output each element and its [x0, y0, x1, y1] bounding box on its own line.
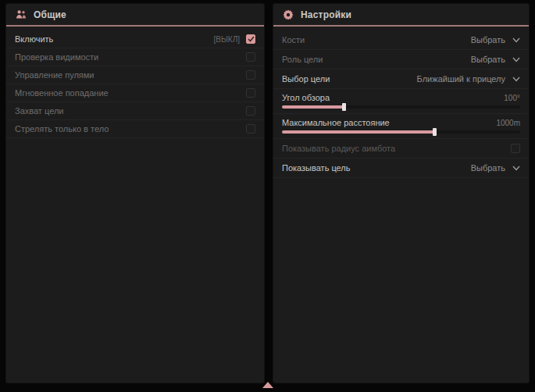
target-role-dropdown-value: Выбрать — [471, 55, 505, 64]
row-visibility-check: Проверка видимости — [6, 48, 264, 66]
target-select-dropdown[interactable]: Ближайший к прицелу — [417, 74, 520, 84]
row-bullet-control: Управление пулями — [6, 66, 264, 84]
row-body-only: Стрелять только в тело — [6, 120, 264, 138]
row-show-radius: Показывать радиус аимбота — [273, 139, 529, 159]
distance-label: Максимальное расстояние — [282, 118, 390, 127]
enable-keybind-tag: [ВЫКЛ] — [214, 35, 240, 44]
target-select-dropdown-value: Ближайший к прицелу — [417, 74, 505, 84]
fov-slider-block: Угол обзора 100° — [273, 89, 529, 114]
show-radius-label: Показывать радиус аимбота — [282, 144, 395, 153]
fov-label: Угол обзора — [282, 93, 330, 102]
users-icon — [16, 9, 27, 20]
distance-value: 1000m — [496, 119, 520, 127]
chevron-down-icon — [512, 36, 520, 44]
bones-dropdown[interactable]: Выбрать — [471, 35, 520, 45]
distance-slider-block: Максимальное расстояние 1000m — [273, 114, 529, 139]
distance-slider-fill — [282, 130, 434, 134]
target-role-label: Роль цели — [282, 55, 323, 64]
distance-slider-handle[interactable] — [433, 128, 437, 136]
body-only-label: Стрелять только в тело — [15, 124, 109, 134]
settings-panel: Настройки Кости Выбрать Роль цели Выбрат… — [273, 4, 529, 383]
visibility-check-label: Проверка видимости — [15, 52, 98, 62]
target-lock-label: Захват цели — [15, 106, 63, 116]
general-panel: Общие Включить [ВЫКЛ] Проверка видимости… — [6, 4, 264, 383]
chevron-down-icon — [512, 164, 520, 172]
target-role-dropdown[interactable]: Выбрать — [471, 55, 520, 64]
distance-slider[interactable] — [282, 130, 520, 134]
fov-slider[interactable] — [282, 105, 520, 109]
gear-icon — [283, 9, 294, 20]
row-instant-hit: Мгновенное попадание — [6, 84, 264, 102]
general-panel-header: Общие — [6, 4, 264, 27]
bullet-control-checkbox[interactable] — [246, 70, 255, 80]
settings-panel-header: Настройки — [273, 4, 529, 27]
chevron-down-icon — [512, 55, 520, 63]
expand-up-arrow[interactable] — [262, 382, 273, 388]
show-target-dropdown-value: Выбрать — [471, 163, 505, 173]
target-lock-checkbox[interactable] — [246, 106, 255, 116]
bones-dropdown-value: Выбрать — [471, 35, 505, 45]
body-only-checkbox[interactable] — [246, 124, 255, 134]
show-radius-checkbox[interactable] — [511, 144, 520, 153]
general-rows: Включить [ВЫКЛ] Проверка видимости Управ… — [6, 27, 264, 138]
row-target-select: Выбор цели Ближайший к прицелу — [273, 69, 529, 89]
general-panel-title: Общие — [34, 9, 66, 20]
enable-label: Включить — [15, 34, 53, 44]
fov-value: 100° — [504, 94, 520, 102]
settings-panel-title: Настройки — [301, 9, 351, 20]
row-bones: Кости Выбрать — [273, 30, 529, 50]
row-enable: Включить [ВЫКЛ] — [6, 30, 264, 48]
settings-rows: Кости Выбрать Роль цели Выбрать Выбор це… — [273, 27, 529, 178]
instant-hit-label: Мгновенное попадание — [15, 88, 109, 98]
show-target-dropdown[interactable]: Выбрать — [471, 163, 520, 173]
instant-hit-checkbox[interactable] — [246, 88, 255, 98]
visibility-check-checkbox[interactable] — [246, 52, 255, 62]
show-target-label: Показывать цель — [282, 163, 351, 173]
row-target-role: Роль цели Выбрать — [273, 50, 529, 69]
fov-slider-fill — [282, 105, 344, 109]
bullet-control-label: Управление пулями — [15, 70, 95, 80]
row-target-lock: Захват цели — [6, 102, 264, 120]
enable-checkbox[interactable] — [246, 34, 255, 44]
bones-label: Кости — [282, 35, 305, 45]
check-icon — [248, 36, 255, 42]
row-show-target: Показывать цель Выбрать — [273, 159, 529, 178]
chevron-down-icon — [512, 75, 520, 83]
target-select-label: Выбор цели — [282, 74, 330, 84]
fov-slider-handle[interactable] — [342, 103, 346, 111]
